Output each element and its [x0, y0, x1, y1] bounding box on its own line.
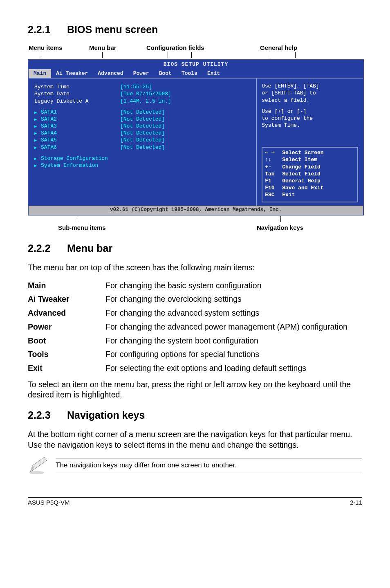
def-term: Boot: [28, 334, 105, 348]
lab-sysinfo: System Information: [41, 162, 98, 168]
val-sata1: [Not Detected]: [120, 109, 165, 116]
label-config-fields: Configuration fields: [146, 44, 204, 52]
help-l1: Use [ENTER], [TAB]: [262, 83, 358, 90]
key-f10: F10: [265, 184, 282, 191]
bios-left-pane: System Time [11:55:25] System Date [Tue …: [29, 79, 256, 206]
val-system-date: [Tue 07/15/2008]: [120, 90, 171, 97]
menu-definitions: MainFor changing the basic system config…: [28, 279, 362, 375]
def-row: ExitFor selecting the exit options and l…: [28, 361, 362, 375]
nav-body: At the bottom right corner of a menu scr…: [28, 429, 362, 450]
kd-6: Exit: [282, 191, 295, 198]
note-msg: The navigation keys may differ from one …: [56, 458, 362, 472]
row-sata6[interactable]: SATA6[Not Detected]: [34, 144, 250, 151]
key-tab: Tab: [265, 171, 282, 177]
diagram-bottom-labels: Sub-menu items Navigation keys: [28, 215, 362, 234]
row-storage-config[interactable]: Storage Configuration: [34, 155, 250, 162]
def-term: Power: [28, 320, 105, 334]
def-term: Main: [28, 279, 105, 293]
bios-screenshot: BIOS SETUP UTILITY Main Ai Tweaker Advan…: [28, 59, 364, 215]
diagram-top-labels: Menu items Menu bar Configuration fields…: [28, 44, 362, 59]
section-3-title: Navigation keys: [67, 409, 145, 421]
kd-1: Select Item: [282, 156, 317, 163]
pencil-icon: [28, 456, 48, 475]
lab-storage: Storage Configuration: [41, 155, 108, 162]
def-desc: For changing the advanced system setting…: [105, 306, 362, 320]
lab-legacy: Legacy Diskette A: [34, 98, 120, 105]
section-3-num: 2.2.3: [28, 408, 67, 422]
label-menu-bar: Menu bar: [89, 44, 117, 52]
svg-point-0: [29, 471, 44, 474]
val-sata6: [Not Detected]: [120, 144, 165, 151]
chevron-right-icon: [34, 130, 41, 137]
row-sata3[interactable]: SATA3[Not Detected]: [34, 123, 250, 130]
chevron-right-icon: [34, 137, 41, 144]
lab-system-time: System Time: [34, 83, 120, 90]
row-sata4[interactable]: SATA4[Not Detected]: [34, 130, 250, 137]
section-3-heading: 2.2.3Navigation keys: [28, 408, 362, 422]
bios-tab-ai-tweaker[interactable]: Ai Tweaker: [51, 69, 93, 78]
row-sata2[interactable]: SATA2[Not Detected]: [34, 116, 250, 123]
def-term: Advanced: [28, 306, 105, 320]
footer-left: ASUS P5Q-VM: [28, 498, 70, 507]
bios-tab-tools[interactable]: Tools: [177, 69, 202, 78]
val-sata4: [Not Detected]: [120, 130, 165, 137]
val-system-time: [11:55:25]: [120, 83, 152, 90]
def-row: ToolsFor configuring options for special…: [28, 348, 362, 361]
def-row: MainFor changing the basic system config…: [28, 279, 362, 293]
bios-tab-advanced[interactable]: Advanced: [93, 69, 128, 78]
def-desc: For selecting the exit options and loadi…: [105, 361, 362, 375]
bios-footer: v02.61 (C)Copyright 1985-2008, American …: [29, 206, 363, 215]
kd-3: Select Field: [282, 171, 321, 177]
def-row: Ai TweakerFor changing the overclocking …: [28, 292, 362, 306]
key-pm: +-: [265, 164, 282, 171]
bios-tab-main[interactable]: Main: [29, 69, 51, 78]
chevron-right-icon: [34, 155, 41, 162]
key-esc: ESC: [265, 191, 282, 198]
menu-intro: The menu bar on top of the screen has th…: [28, 263, 362, 273]
kd-5: Save and Exit: [282, 184, 323, 191]
def-desc: For changing the system boot configurati…: [105, 334, 362, 348]
val-sata5: [Not Detected]: [120, 137, 165, 144]
chevron-right-icon: [34, 116, 41, 123]
section-2-num: 2.2.2: [28, 242, 67, 255]
row-sata1[interactable]: SATA1[Not Detected]: [34, 109, 250, 116]
kd-0: Select Screen: [282, 149, 323, 156]
key-f1: F1: [265, 177, 282, 184]
label-menu-items: Menu items: [29, 44, 63, 52]
lab-sata4: SATA4: [41, 130, 57, 136]
bios-menubar: Main Ai Tweaker Advanced Power Boot Tool…: [29, 69, 363, 78]
def-term: Tools: [28, 348, 105, 361]
section-1-title: BIOS menu screen: [67, 24, 158, 35]
val-legacy: [1.44M, 2.5 in.]: [120, 98, 171, 105]
row-sata5[interactable]: SATA5[Not Detected]: [34, 137, 250, 144]
def-term: Exit: [28, 361, 105, 375]
lab-system-date: System Date: [34, 90, 120, 97]
page-footer: ASUS P5Q-VM 2-11: [28, 498, 362, 507]
def-desc: For changing the basic system configurat…: [105, 279, 362, 293]
lab-sata6: SATA6: [41, 144, 57, 150]
bios-tab-boot[interactable]: Boot: [154, 69, 177, 78]
row-system-date[interactable]: System Date [Tue 07/15/2008]: [34, 90, 250, 97]
row-system-info[interactable]: System Information: [34, 162, 250, 169]
row-legacy[interactable]: Legacy Diskette A [1.44M, 2.5 in.]: [34, 98, 250, 105]
lab-sata1: SATA1: [41, 109, 57, 115]
def-row: PowerFor changing the advanced power man…: [28, 320, 362, 334]
bios-general-help: Use [ENTER], [TAB] or [SHIFT-TAB] to sel…: [262, 83, 358, 129]
def-desc: For changing the advanced power manageme…: [105, 320, 362, 334]
row-system-time[interactable]: System Time [11:55:25]: [34, 83, 250, 90]
bios-tab-exit[interactable]: Exit: [202, 69, 225, 78]
bios-right-pane: Use [ENTER], [TAB] or [SHIFT-TAB] to sel…: [256, 79, 363, 206]
kd-4: General Help: [282, 177, 321, 184]
bios-tab-power[interactable]: Power: [128, 69, 154, 78]
section-2-heading: 2.2.2Menu bar: [28, 242, 362, 255]
def-desc: For changing the overclocking settings: [105, 292, 362, 306]
label-nav-keys: Navigation keys: [257, 224, 303, 232]
kd-2: Change Field: [282, 164, 321, 171]
help-l4: Use [+] or [-]: [262, 108, 358, 115]
section-2-title: Menu bar: [67, 242, 112, 254]
footer-right: 2-11: [350, 498, 362, 507]
chevron-right-icon: [34, 162, 41, 169]
help-l6: System Time.: [262, 122, 358, 129]
svg-marker-1: [30, 457, 47, 472]
def-term: Ai Tweaker: [28, 292, 105, 306]
